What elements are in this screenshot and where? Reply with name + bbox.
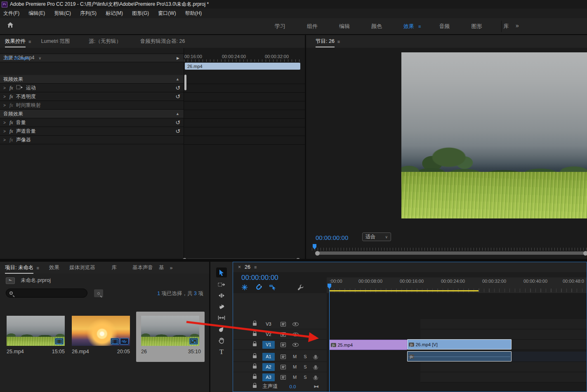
solo-button[interactable]: S — [304, 354, 306, 359]
menu-graphics[interactable]: 图形(G) — [132, 10, 149, 17]
hand-tool[interactable] — [216, 336, 227, 345]
thumbnail[interactable] — [141, 316, 199, 346]
lock-icon[interactable] — [253, 343, 257, 346]
sync-lock-icon[interactable] — [281, 375, 286, 380]
horizontal-scrollbar[interactable] — [186, 258, 297, 259]
search-bin-button[interactable] — [94, 289, 103, 297]
collapse-section-icon[interactable]: ▲ — [176, 112, 179, 116]
tab-project[interactable]: 项目: 未命名 ≡ — [0, 262, 44, 274]
effect-row-panner[interactable]: > fx 声像器 — [0, 136, 184, 144]
panel-menu-icon[interactable]: ≡ — [337, 39, 340, 44]
workspace-tab-color[interactable]: 颜色 — [371, 23, 382, 30]
expand-icon[interactable]: > — [3, 86, 7, 90]
voiceover-record-icon[interactable] — [314, 365, 317, 369]
chevron-down-icon[interactable]: ∨ — [38, 56, 41, 60]
project-search-box[interactable] — [6, 289, 87, 298]
track-target-a3[interactable]: A3 — [262, 373, 275, 381]
effect-row-motion[interactable]: > fx 运动 ↺ — [0, 84, 184, 92]
vertical-scrollbar[interactable] — [184, 75, 186, 90]
effect-row-channel-volume[interactable]: > fx 声道音量 ↺ — [0, 127, 184, 136]
snap-magnet-icon[interactable] — [255, 284, 262, 292]
menu-marker[interactable]: 标记(M) — [106, 10, 123, 17]
tab-program-monitor[interactable]: 节目: 26 ≡ — [306, 35, 345, 48]
workspace-tab-graphics[interactable]: 图形 — [471, 23, 482, 30]
solo-button[interactable]: S — [304, 364, 306, 369]
tab-audio-clip-mixer[interactable]: 音频剪辑混合器: 26 — [135, 35, 190, 48]
workspace-tab-effects[interactable]: 效果 — [403, 23, 414, 30]
slip-tool[interactable] — [216, 313, 227, 323]
menu-edit[interactable]: 编辑(E) — [28, 10, 45, 17]
voiceover-record-icon[interactable] — [314, 376, 317, 379]
solo-button[interactable]: S — [304, 375, 306, 380]
reset-effect-icon[interactable]: ↺ — [175, 94, 180, 99]
reset-effect-icon[interactable]: ↺ — [175, 120, 180, 125]
fit-sequence-icon[interactable]: ▶◀ — [314, 385, 318, 388]
program-mini-ruler[interactable] — [312, 245, 587, 251]
master-level-value[interactable]: 0.0 — [290, 384, 296, 389]
mute-button[interactable]: M — [293, 364, 297, 369]
tab-lumetri-scopes[interactable]: Lumetri 范围 — [36, 35, 75, 48]
audio-effects-section[interactable]: 音频效果 ▲ — [0, 110, 184, 118]
program-scrollbar[interactable] — [318, 251, 585, 255]
menu-help[interactable]: 帮助(H) — [185, 10, 202, 17]
workspace-tab-editing[interactable]: 编辑 — [339, 23, 350, 30]
lock-icon[interactable] — [253, 323, 257, 326]
workspace-effects-menu-icon[interactable]: ≡ — [418, 24, 421, 29]
zoom-level-select[interactable]: 适合 ∨ — [362, 232, 391, 241]
reset-effect-icon[interactable]: ↺ — [175, 128, 180, 134]
sync-lock-icon[interactable] — [281, 343, 286, 347]
menu-file[interactable]: 文件(F) — [3, 10, 19, 17]
track-target-v3[interactable]: V3 — [262, 320, 275, 328]
lock-icon[interactable] — [253, 376, 257, 379]
track-select-forward-tool[interactable] — [216, 279, 227, 289]
workspace-tab-learning[interactable]: 学习 — [275, 23, 285, 30]
expand-icon[interactable]: > — [3, 129, 7, 134]
thumbnail[interactable] — [7, 316, 65, 346]
scrollbar-knob[interactable] — [583, 251, 587, 256]
panel-overflow-icon[interactable]: » — [165, 262, 177, 274]
voiceover-record-icon[interactable] — [314, 355, 317, 359]
track-target-v1[interactable]: V1 — [262, 341, 275, 349]
navigate-up-icon[interactable]: ⬑ — [6, 277, 15, 284]
project-item-26mp4[interactable]: 26.mp4 20:05 — [68, 312, 134, 362]
track-visibility-icon[interactable] — [292, 322, 299, 326]
expand-icon[interactable]: > — [3, 120, 7, 125]
video-effects-section[interactable]: 视频效果 ▲ — [0, 75, 184, 84]
effect-row-volume[interactable]: > fx 音量 ↺ — [0, 118, 184, 127]
workspace-tab-audio[interactable]: 音频 — [439, 23, 450, 30]
item-name[interactable]: 26 — [141, 349, 147, 354]
workspace-tab-assembly[interactable]: 组件 — [307, 23, 318, 30]
timeline-settings-wrench-icon[interactable] — [297, 284, 304, 292]
effect-timeline-ruler[interactable]: 00:16:00 00:00:24:00 00:00:32:00 — [184, 54, 300, 62]
track-visibility-icon[interactable] — [292, 333, 299, 336]
show-timeline-view-icon[interactable]: ▶ — [177, 56, 179, 60]
selection-tool[interactable] — [216, 268, 227, 277]
sync-lock-icon[interactable] — [281, 354, 286, 359]
thumbnail[interactable] — [72, 316, 130, 346]
sequence-clip-label[interactable]: 26 * 26.mp4 — [3, 53, 29, 63]
tab-essential-graphics[interactable]: 基 — [158, 262, 165, 274]
tab-libraries[interactable]: 库 — [106, 262, 122, 274]
expand-icon[interactable]: > — [3, 138, 7, 142]
effect-row-opacity[interactable]: > fx 不透明度 ↺ — [0, 92, 184, 101]
panel-menu-icon[interactable]: ≡ — [28, 39, 31, 44]
program-timecode[interactable]: 00:00:00:00 — [316, 234, 348, 241]
track-target-a2[interactable]: A2 — [262, 363, 275, 371]
effect-row-time-remapping[interactable]: > fx 时间重映射 — [0, 101, 184, 110]
clip-26mp4-video[interactable]: fx 26.mp4 [V] — [407, 339, 512, 350]
scrollbar-knob[interactable] — [315, 251, 320, 256]
expand-icon[interactable]: > — [3, 94, 7, 99]
type-tool[interactable]: T — [216, 347, 227, 357]
workspace-overflow-icon[interactable]: » — [516, 22, 519, 29]
sync-lock-icon[interactable] — [281, 332, 286, 337]
menu-clip[interactable]: 剪辑(C) — [54, 10, 71, 17]
lock-icon[interactable] — [253, 355, 257, 358]
item-name[interactable]: 26.mp4 — [72, 349, 89, 354]
lock-icon[interactable] — [253, 366, 257, 369]
item-name[interactable]: 25.mp4 — [7, 349, 24, 354]
home-icon[interactable] — [7, 21, 14, 30]
project-item-25mp4[interactable]: 25.mp4 15:05 — [3, 312, 68, 362]
menu-window[interactable]: 窗口(W) — [158, 10, 176, 17]
track-visibility-icon[interactable] — [292, 343, 299, 347]
timeline-timecode[interactable]: 00:00:00:00 — [241, 274, 278, 282]
